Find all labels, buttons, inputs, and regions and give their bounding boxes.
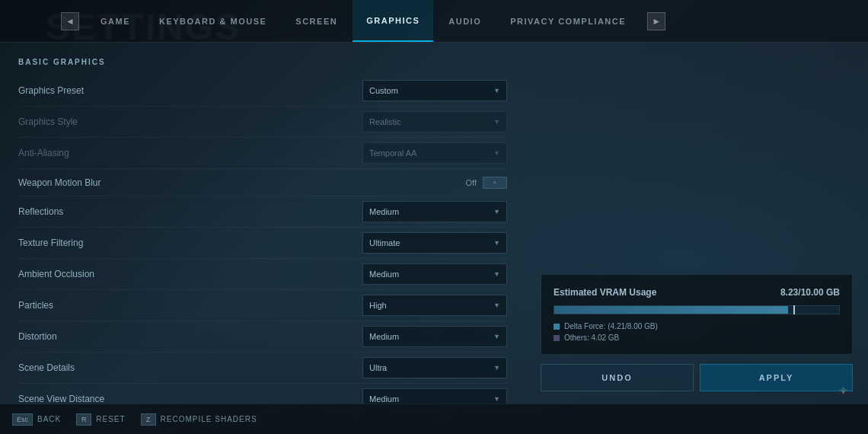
tab-keyboard[interactable]: Keyboard & Mouse	[145, 0, 280, 42]
texture-filtering-control: Ultimate ▼	[359, 232, 507, 254]
setting-row-aa: Anti-Aliasing Temporal AA ▼	[18, 138, 507, 169]
style-dropdown: Realistic ▼	[362, 111, 507, 132]
nav-left-button[interactable]: ◄	[61, 12, 79, 30]
vram-legend-item-0: Delta Force: (4.21/8.00 GB)	[554, 322, 840, 330]
tab-audio[interactable]: Audio	[435, 0, 495, 42]
vram-legend: Delta Force: (4.21/8.00 GB) Others: 4.02…	[554, 322, 840, 342]
vram-bar-fill	[554, 306, 788, 314]
aa-dropdown-arrow: ▼	[493, 149, 500, 157]
vram-value: 8.23/10.00 GB	[780, 287, 840, 298]
ambient-occlusion-label: Ambient Occlusion	[18, 269, 359, 279]
settings-panel: Basic Graphics Graphics Preset Custom ▼ …	[0, 43, 525, 404]
nav-right-button[interactable]: ►	[647, 12, 665, 30]
vram-legend-label-0: Delta Force: (4.21/8.00 GB)	[564, 322, 658, 330]
motion-blur-control: Off ▪	[359, 177, 507, 189]
style-control: Realistic ▼	[359, 111, 507, 132]
texture-filtering-dropdown[interactable]: Ultimate ▼	[362, 232, 507, 254]
recompile-label: Recompile Shaders	[161, 415, 257, 423]
distortion-dropdown-arrow: ▼	[493, 333, 500, 340]
setting-row-particles: Particles High ▼	[18, 290, 507, 321]
setting-row-reflections: Reflections Medium ▼	[18, 196, 507, 228]
ambient-occlusion-dropdown[interactable]: Medium ▼	[362, 263, 507, 285]
tab-privacy[interactable]: Privacy Compliance	[496, 0, 640, 42]
scene-details-dropdown[interactable]: Ultra ▼	[362, 357, 507, 378]
vram-section: Estimated VRAM Usage 8.23/10.00 GB Delta…	[541, 274, 853, 355]
reset-label: Reset	[96, 415, 125, 423]
scene-details-label: Scene Details	[18, 362, 359, 373]
vram-legend-dot-0	[554, 324, 560, 330]
undo-button[interactable]: Undo	[541, 364, 694, 391]
vram-title: Estimated VRAM Usage	[554, 287, 656, 298]
reset-button[interactable]: R Reset	[76, 413, 125, 426]
style-dropdown-arrow: ▼	[493, 118, 500, 126]
tab-screen[interactable]: Screen	[282, 0, 351, 42]
distortion-dropdown[interactable]: Medium ▼	[362, 326, 507, 347]
reflections-control: Medium ▼	[359, 201, 507, 222]
setting-row-preset: Graphics Preset Custom ▼	[18, 75, 507, 107]
tab-game[interactable]: Game	[87, 0, 144, 42]
aa-control: Temporal AA ▼	[359, 142, 507, 164]
setting-row-scene-details: Scene Details Ultra ▼	[18, 353, 507, 384]
particles-dropdown[interactable]: High ▼	[362, 295, 507, 316]
ambient-occlusion-control: Medium ▼	[359, 263, 507, 285]
setting-row-ambient-occlusion: Ambient Occlusion Medium ▼	[18, 259, 507, 290]
particles-label: Particles	[18, 300, 359, 311]
vram-legend-label-1: Others: 4.02 GB	[564, 333, 619, 342]
preset-control: Custom ▼	[359, 80, 507, 101]
content-area: Basic Graphics Graphics Preset Custom ▼ …	[0, 43, 868, 404]
vram-bar-marker	[793, 305, 795, 314]
ambient-occlusion-dropdown-arrow: ▼	[493, 270, 500, 278]
vram-header: Estimated VRAM Usage 8.23/10.00 GB	[554, 287, 840, 298]
particles-dropdown-arrow: ▼	[493, 302, 500, 309]
vram-legend-dot-1	[554, 335, 560, 341]
back-key: Esc	[12, 413, 33, 426]
setting-row-motion-blur: Weapon Motion Blur Off ▪	[18, 169, 507, 196]
setting-row-distortion: Distortion Medium ▼	[18, 321, 507, 353]
motion-blur-toggle-row: Off ▪	[466, 177, 507, 189]
preset-label: Graphics Preset	[18, 85, 359, 96]
reflections-dropdown-arrow: ▼	[493, 208, 500, 215]
tab-graphics[interactable]: Graphics	[353, 0, 433, 42]
bottom-bar: Esc Back R Reset Z Recompile Shaders	[0, 404, 868, 434]
aa-label: Anti-Aliasing	[18, 148, 359, 158]
basic-graphics-title: Basic Graphics	[18, 58, 507, 66]
scene-view-distance-label: Scene View Distance	[18, 394, 359, 404]
setting-row-scene-view-distance: Scene View Distance Medium ▼	[18, 384, 507, 404]
scene-view-distance-dropdown[interactable]: Medium ▼	[362, 388, 507, 404]
vram-legend-item-1: Others: 4.02 GB	[554, 333, 840, 342]
reflections-dropdown[interactable]: Medium ▼	[362, 201, 507, 222]
texture-filtering-label: Texture Filtering	[18, 238, 359, 248]
recompile-button[interactable]: Z Recompile Shaders	[141, 413, 257, 426]
motion-blur-value: Off	[466, 178, 477, 187]
back-label: Back	[37, 415, 61, 423]
scene-details-control: Ultra ▼	[359, 357, 507, 378]
motion-blur-label: Weapon Motion Blur	[18, 177, 359, 188]
recompile-key: Z	[141, 413, 156, 426]
preset-dropdown[interactable]: Custom ▼	[362, 80, 507, 101]
apply-button[interactable]: Apply	[700, 364, 853, 391]
aa-dropdown: Temporal AA ▼	[362, 142, 507, 164]
texture-filtering-dropdown-arrow: ▼	[493, 239, 500, 247]
distortion-label: Distortion	[18, 331, 359, 342]
scene-view-distance-control: Medium ▼	[359, 388, 507, 404]
setting-row-texture-filtering: Texture Filtering Ultimate ▼	[18, 228, 507, 259]
back-button[interactable]: Esc Back	[12, 413, 61, 426]
vram-bar-container	[554, 305, 840, 314]
scene-view-distance-dropdown-arrow: ▼	[493, 395, 500, 403]
action-buttons: Undo Apply	[541, 364, 853, 391]
style-label: Graphics Style	[18, 116, 359, 127]
nav-tabs: ◄ Game Keyboard & Mouse Screen Graphics …	[0, 0, 868, 43]
distortion-control: Medium ▼	[359, 326, 507, 347]
reset-key: R	[76, 413, 91, 426]
reflections-label: Reflections	[18, 206, 359, 217]
motion-blur-toggle[interactable]: ▪	[483, 177, 507, 189]
main-container: ◄ Game Keyboard & Mouse Screen Graphics …	[0, 0, 868, 434]
particles-control: High ▼	[359, 295, 507, 316]
preset-dropdown-arrow: ▼	[493, 87, 500, 94]
setting-row-style: Graphics Style Realistic ▼	[18, 107, 507, 138]
scene-details-dropdown-arrow: ▼	[493, 364, 500, 372]
side-panel: Estimated VRAM Usage 8.23/10.00 GB Delta…	[525, 43, 868, 404]
